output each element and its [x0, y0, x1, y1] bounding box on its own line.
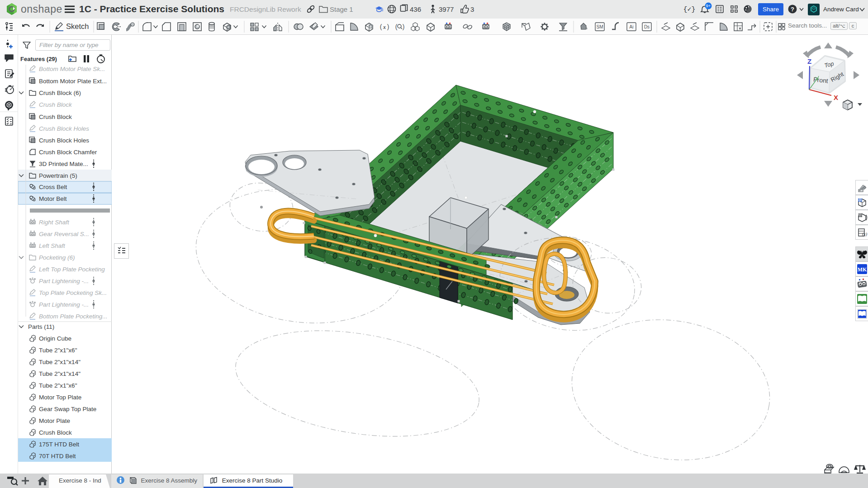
svg-text:Cross Belt: Cross Belt	[39, 184, 67, 190]
svg-text:Tube 2"x1"x6": Tube 2"x1"x6"	[39, 347, 77, 354]
svg-text:175T HTD Belt: 175T HTD Belt	[39, 441, 79, 448]
svg-text:Andrew Card: Andrew Card	[823, 6, 859, 13]
svg-text:Tube 2"x1"x14": Tube 2"x1"x14"	[39, 359, 81, 365]
svg-text:x: x	[383, 24, 386, 30]
svg-text:(: (	[395, 23, 398, 30]
svg-text:(: (	[380, 23, 382, 30]
svg-text:): )	[387, 23, 389, 30]
svg-text:Crush Block: Crush Block	[39, 114, 72, 120]
svg-text:X: X	[834, 94, 838, 101]
svg-text:Origin Cube: Origin Cube	[39, 335, 71, 342]
svg-text:436: 436	[410, 5, 421, 13]
svg-text:Gear Swap Top Plate: Gear Swap Top Plate	[39, 406, 96, 412]
svg-text:Right Shaft: Right Shaft	[39, 219, 70, 226]
svg-text:Powertrain (5): Powertrain (5)	[39, 172, 77, 179]
svg-text:Left Top Plate Pocketing: Left Top Plate Pocketing	[39, 266, 105, 273]
svg-text:Sketch: Sketch	[66, 22, 89, 30]
svg-text:Bottom Plate Pocketing...: Bottom Plate Pocketing...	[39, 313, 108, 320]
svg-text:Part Lightening -...: Part Lightening -...	[39, 301, 89, 308]
svg-text:(x): (x)	[862, 232, 868, 237]
svg-text:Share: Share	[763, 6, 779, 13]
svg-text:FRCDesignLib Rework: FRCDesignLib Rework	[230, 5, 301, 13]
svg-text:3D Printed Mate...: 3D Printed Mate...	[39, 161, 88, 167]
svg-text:1C - Practice Exercise Solutio: 1C - Practice Exercise Solutions	[79, 4, 224, 14]
svg-text:70T HTD Belt: 70T HTD Belt	[39, 453, 76, 460]
svg-text:Parts (11): Parts (11)	[28, 323, 54, 330]
svg-text:9+: 9+	[706, 3, 711, 8]
svg-text:?: ?	[791, 6, 794, 13]
svg-text:3: 3	[470, 5, 474, 13]
svg-text:Gear Reversal S...: Gear Reversal S...	[39, 231, 89, 237]
svg-text:Crush Block: Crush Block	[39, 429, 72, 436]
svg-text:Crush Block Holes: Crush Block Holes	[39, 137, 89, 144]
svg-text:MK: MK	[858, 266, 867, 273]
svg-text:Pocketing (6): Pocketing (6)	[39, 254, 75, 261]
svg-text:Bottom Motor Plate Ext...: Bottom Motor Plate Ext...	[39, 78, 107, 85]
svg-text:Bottom Motor Plate Sk...: Bottom Motor Plate Sk...	[39, 66, 105, 72]
svg-text:Left Shaft: Left Shaft	[39, 242, 66, 249]
svg-text:{✓}: {✓}	[683, 6, 695, 14]
svg-text:Tube 2"x1"x6": Tube 2"x1"x6"	[39, 382, 77, 389]
svg-text:): )	[403, 23, 405, 30]
svg-text:3977: 3977	[439, 5, 454, 13]
svg-text:onshape: onshape	[21, 3, 62, 15]
svg-text:Crush Block Chamfer: Crush Block Chamfer	[39, 149, 97, 156]
svg-text:Crush Block (6): Crush Block (6)	[39, 90, 81, 96]
svg-text:Motor Plate: Motor Plate	[39, 417, 70, 424]
svg-text:Z: Z	[807, 57, 811, 65]
svg-text:Part Lightening -...: Part Lightening -...	[39, 278, 89, 284]
svg-text:Crush Block Holes: Crush Block Holes	[39, 125, 89, 132]
svg-text:Top Plate Pocketing Sk...: Top Plate Pocketing Sk...	[39, 289, 107, 296]
svg-text:Crush Block: Crush Block	[39, 101, 72, 108]
svg-text:Ai: Ai	[630, 24, 634, 29]
svg-text:Stage 1: Stage 1	[330, 5, 353, 13]
svg-text:Motor Belt: Motor Belt	[39, 195, 67, 202]
svg-text:SM: SM	[597, 24, 603, 29]
svg-text:Motor Top Plate: Motor Top Plate	[39, 394, 81, 401]
svg-text:Tube 2"x1"x14": Tube 2"x1"x14"	[39, 370, 81, 377]
svg-text:Ds: Ds	[644, 24, 650, 29]
